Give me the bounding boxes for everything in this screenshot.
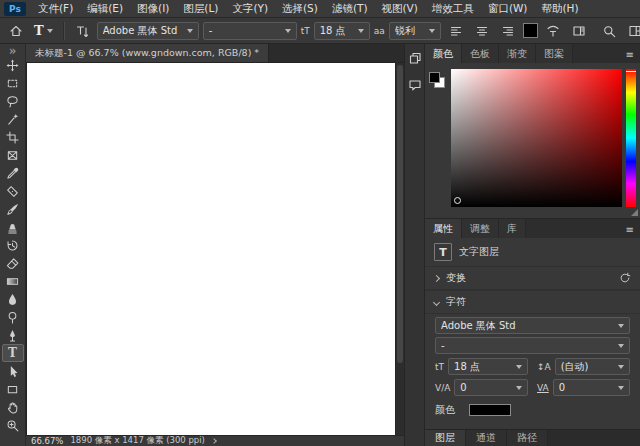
hue-slider-marker[interactable] xyxy=(626,71,636,72)
menu-item-plugins[interactable]: 增效工具 xyxy=(425,0,481,17)
chevron-down-icon xyxy=(618,365,624,369)
tool-path-selection[interactable] xyxy=(2,362,24,380)
tool-move[interactable] xyxy=(2,56,24,74)
tool-gradient[interactable] xyxy=(2,272,24,290)
menu-item-type[interactable]: 文字(Y) xyxy=(225,0,275,17)
panel-menu-icon[interactable]: ≡ xyxy=(626,225,640,238)
toggle-panels-icon[interactable] xyxy=(568,21,590,41)
history-panel-icon[interactable] xyxy=(406,49,424,67)
panel-menu-icon[interactable]: ≡ xyxy=(626,50,640,63)
collapsed-panel-dock xyxy=(404,44,424,446)
char-color-swatch[interactable] xyxy=(469,404,511,416)
warp-text-icon[interactable] xyxy=(542,21,564,41)
align-right-icon[interactable] xyxy=(497,21,519,41)
anti-alias-select[interactable]: 锐利 xyxy=(389,22,441,40)
hand-icon xyxy=(6,401,19,414)
tab-color[interactable]: 颜色 xyxy=(425,44,462,63)
hue-slider[interactable] xyxy=(626,69,636,207)
tab-patterns[interactable]: 图案 xyxy=(536,44,573,63)
eyedropper-icon xyxy=(6,167,19,180)
menu-item-layer[interactable]: 图层(L) xyxy=(176,0,225,17)
foreground-background-swatches xyxy=(428,69,447,207)
transform-label: 变换 xyxy=(446,271,466,285)
tool-blur[interactable] xyxy=(2,290,24,308)
char-kerning-select[interactable]: 0 xyxy=(454,379,528,396)
workspace-switcher-icon[interactable] xyxy=(624,21,640,41)
tool-history-brush[interactable] xyxy=(2,236,24,254)
tab-paths[interactable]: 路径 xyxy=(507,430,548,446)
chevron-down-icon xyxy=(429,29,435,33)
align-left-icon[interactable] xyxy=(445,21,467,41)
menu-item-select[interactable]: 选择(S) xyxy=(275,0,325,17)
ps-logo[interactable]: Ps xyxy=(4,2,26,16)
char-font-family-select[interactable]: Adobe 黑体 Std xyxy=(435,317,630,334)
reset-icon[interactable] xyxy=(619,272,631,284)
tool-clone-stamp[interactable] xyxy=(2,218,24,236)
tool-dodge[interactable] xyxy=(2,308,24,326)
text-orientation-icon[interactable] xyxy=(71,21,93,41)
char-font-style-select[interactable]: - xyxy=(435,337,630,354)
char-leading-select[interactable]: (自动) xyxy=(555,358,630,375)
tool-magic-wand[interactable] xyxy=(2,110,24,128)
chevron-down-icon xyxy=(618,386,624,390)
menu-item-filter[interactable]: 滤镜(T) xyxy=(325,0,375,17)
menu-item-help[interactable]: 帮助(H) xyxy=(534,0,585,17)
tool-lasso[interactable] xyxy=(2,92,24,110)
tab-channels[interactable]: 通道 xyxy=(466,430,507,446)
search-icon[interactable] xyxy=(598,21,620,41)
tool-zoom[interactable] xyxy=(2,416,24,434)
foreground-color-swatch[interactable] xyxy=(429,72,440,83)
tool-frame[interactable] xyxy=(2,146,24,164)
home-icon[interactable] xyxy=(5,21,27,41)
resize-grip-icon[interactable] xyxy=(631,209,638,216)
menu-item-window[interactable]: 窗口(W) xyxy=(481,0,535,17)
char-size-select[interactable]: 18 点 xyxy=(448,358,528,375)
font-size-select[interactable]: 18 点 xyxy=(314,22,370,40)
document-tab[interactable]: 未标题-1 @ 66.7% (www.gndown.com, RGB/8) * xyxy=(26,44,269,62)
tool-spot-healing[interactable] xyxy=(2,182,24,200)
color-panel: 颜色 色板 渐变 图案 ≡ xyxy=(425,44,640,218)
comments-panel-icon[interactable] xyxy=(406,76,424,94)
zoom-icon xyxy=(6,419,19,432)
tab-layers[interactable]: 图层 xyxy=(425,430,466,446)
character-section-header[interactable]: 字符 xyxy=(425,290,640,314)
menu-item-view[interactable]: 视图(V) xyxy=(374,0,424,17)
tool-eyedropper[interactable] xyxy=(2,164,24,182)
tab-swatches[interactable]: 色板 xyxy=(462,44,499,63)
vertical-scrollbar-thumb[interactable] xyxy=(397,65,403,363)
tool-rectangle[interactable] xyxy=(2,380,24,398)
tab-libraries[interactable]: 库 xyxy=(499,219,526,238)
tool-pen[interactable] xyxy=(2,326,24,344)
menu-item-file[interactable]: 文件(F) xyxy=(31,0,80,17)
tool-hand[interactable] xyxy=(2,398,24,416)
vertical-scrollbar[interactable] xyxy=(395,63,404,435)
toolbar-collapse-icon[interactable]: » xyxy=(9,45,17,56)
menu-item-edit[interactable]: 编辑(E) xyxy=(80,0,130,17)
zoom-level-field[interactable]: 66.67% xyxy=(31,436,63,446)
tab-gradients[interactable]: 渐变 xyxy=(499,44,536,63)
tab-adjustments[interactable]: 调整 xyxy=(462,219,499,238)
chevron-down-icon xyxy=(433,298,440,305)
tab-properties[interactable]: 属性 xyxy=(425,219,462,238)
document-canvas[interactable] xyxy=(27,63,395,435)
saturation-brightness-field[interactable] xyxy=(451,69,622,207)
font-style-select[interactable]: - xyxy=(203,22,297,40)
tool-crop[interactable] xyxy=(2,128,24,146)
char-tracking-select[interactable]: 0 xyxy=(553,379,630,396)
history-brush-icon xyxy=(6,239,19,252)
lasso-icon xyxy=(6,95,19,108)
menu-item-image[interactable]: 图像(I) xyxy=(130,0,176,17)
text-color-swatch[interactable] xyxy=(523,23,538,38)
rectangle-icon xyxy=(6,383,19,396)
align-center-icon[interactable] xyxy=(471,21,493,41)
font-family-select[interactable]: Adobe 黑体 Std xyxy=(97,22,199,40)
canvas-area[interactable] xyxy=(26,63,404,435)
tool-brush[interactable] xyxy=(2,200,24,218)
tool-preset-button[interactable]: T xyxy=(31,21,56,41)
tool-eraser[interactable] xyxy=(2,254,24,272)
status-chevron-icon[interactable] xyxy=(211,438,217,444)
tool-marquee[interactable] xyxy=(2,74,24,92)
transform-section-header[interactable]: 变换 xyxy=(425,266,640,290)
color-field-marker[interactable] xyxy=(454,197,461,204)
tool-type[interactable]: T xyxy=(2,344,24,362)
